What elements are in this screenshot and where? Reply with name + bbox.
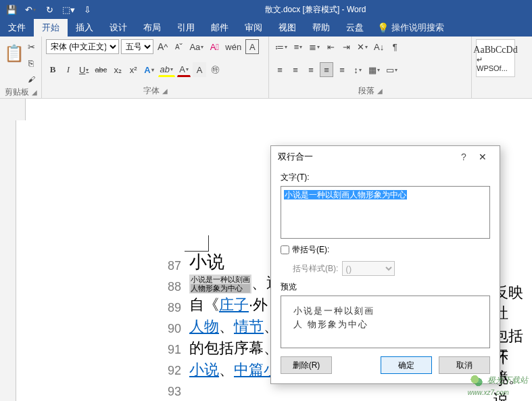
save-button[interactable]: 💾 [3,1,20,18]
tab-design[interactable]: 设计 [101,19,135,37]
bracket-checkbox-label: 带括号(E): [292,244,329,256]
qat-customize-button[interactable]: ⇩ [78,1,96,18]
multilevel-list-button[interactable]: ≣▾ [307,39,322,54]
hyperlink[interactable]: 人物 [189,318,219,335]
text-effects-button[interactable]: A▾ [142,62,155,77]
numbering-button[interactable]: ≡▾ [291,39,305,54]
tab-view[interactable]: 视图 [270,19,304,37]
shading-button[interactable]: ▦▾ [366,62,382,77]
tell-me-search[interactable]: 💡 操作说明搜索 [372,19,450,37]
enclose-char-button[interactable]: ㊕ [208,62,222,77]
decrease-indent-button[interactable]: ⇤ [324,39,337,54]
undo-button[interactable]: ↶▾ [22,1,39,18]
text-line: 自《庄子·外 [189,294,281,316]
redo-button[interactable]: ↻ [41,1,58,18]
vertical-ruler[interactable] [0,120,16,401]
tab-review[interactable]: 审阅 [237,19,270,37]
grow-font-button[interactable]: A^ [155,39,170,54]
dialog-close-button[interactable]: ✕ [473,151,493,162]
font-launcher[interactable]: ◢ [162,87,168,95]
tab-file[interactable]: 文件 [0,19,34,37]
bullets-button[interactable]: ≔▾ [273,39,289,54]
tab-mailings[interactable]: 邮件 [203,19,237,37]
group-paragraph: ≔▾ ≡▾ ≣▾ ⇤ ⇥ ✕▾ A↓ ¶ ≡ ≡ ≡ ≡ ≡ ↕▾ ▦▾ ▭▾ … [269,37,472,98]
watermark: 极光下载站 www.xz7.com [468,374,528,397]
shrink-font-button[interactable]: Aˇ [172,39,185,54]
superscript-button[interactable]: x² [126,62,140,77]
asian-layout-button[interactable]: ✕▾ [355,39,370,54]
clipboard-launcher[interactable]: ◢ [32,89,37,96]
increase-indent-button[interactable]: ⇥ [339,39,353,54]
copy-button[interactable] [24,55,38,70]
dialog-title: 双行合一 [278,151,455,163]
bold-button[interactable]: B [46,62,59,77]
cut-button[interactable] [24,39,38,54]
document-text[interactable]: 小说 小说是一种以刻画 人物形象为中心 、通 自《庄子·外 人物、情节、 的包括… [189,251,281,381]
format-painter-button[interactable] [24,72,38,87]
distribute-button[interactable]: ≡ [335,62,349,77]
char-shading-button[interactable]: A [193,62,206,77]
subscript-button[interactable]: x₂ [111,62,124,77]
paragraph-launcher[interactable]: ◢ [377,87,383,95]
hyperlink[interactable]: 庄子 [219,296,249,313]
ribbon: 📋 剪贴板◢ 宋体 (中文正文) 五号 A^ Aˇ Aa▾ Aͦ wén A [0,37,532,99]
bracket-style-row: 括号样式(B): () [293,261,490,276]
delete-button[interactable]: 删除(R) [281,356,332,374]
tab-home[interactable]: 开始 [34,19,68,37]
text-line: 小说 [189,251,281,273]
two-lines-in-one-dialog: 双行合一 ? ✕ 文字(T): 小说是一种以刻画人物形象为中心 带括号(E): … [270,145,500,384]
bracket-checkbox-row: 带括号(E): [281,244,490,256]
tab-cloud[interactable]: 云盘 [338,19,372,37]
line-number: 92 [161,364,181,378]
align-right-button[interactable]: ≡ [304,62,318,77]
group-font: 宋体 (中文正文) 五号 A^ Aˇ Aa▾ Aͦ wén A B I U▾ a… [42,37,269,98]
text-line: 人物、情节、 [189,316,281,337]
font-color-button[interactable]: A▾ [177,62,191,77]
sort-button[interactable]: A↓ [372,39,386,54]
line-number: 93 [161,385,181,399]
touch-mode-button[interactable]: ⬚▾ [59,1,77,18]
tab-insert[interactable]: 插入 [68,19,101,37]
hyperlink[interactable]: 小说 [189,361,219,378]
preview-box: 小说是一种以刻画 人 物形象为中心 [281,296,490,348]
line-number: 89 [161,301,181,315]
cancel-button[interactable]: 取消 [439,356,490,374]
align-center-button[interactable]: ≡ [289,62,302,77]
highlight-button[interactable]: ab▾ [158,62,175,77]
underline-button[interactable]: U▾ [77,62,91,77]
watermark-text: 极光下载站 [487,375,528,385]
align-left-button[interactable]: ≡ [273,62,287,77]
char-border-button[interactable]: A [245,39,259,54]
phonetic-guide-button[interactable]: wén [223,39,243,54]
show-marks-button[interactable]: ¶ [388,39,402,54]
strikethrough-button[interactable]: abc [93,62,109,77]
ok-button[interactable]: 确定 [381,356,432,374]
dialog-help-button[interactable]: ? [455,151,473,162]
text-line: 小说、中篇小 [189,359,281,381]
line-spacing-button[interactable]: ↕▾ [351,62,364,77]
justify-button[interactable]: ≡ [320,62,333,77]
font-family-select[interactable]: 宋体 (中文正文) [46,39,119,54]
preview-label: 预览 [281,281,490,293]
font-size-select[interactable]: 五号 [121,39,153,54]
italic-button[interactable]: I [62,62,75,77]
text-field-label: 文字(T): [281,172,490,183]
preview-line: 小说是一种以刻画 [293,304,477,318]
tab-layout[interactable]: 布局 [135,19,169,37]
bracket-checkbox[interactable] [281,245,289,254]
borders-button[interactable]: ▭▾ [384,62,400,77]
group-clipboard-label: 剪贴板 [5,87,29,98]
change-case-button[interactable]: Aa▾ [187,39,205,54]
tab-help[interactable]: 帮助 [304,19,338,37]
line-number: 87 [161,259,181,273]
clear-formatting-button[interactable]: Aͦ [208,39,221,54]
text-input[interactable]: 小说是一种以刻画人物形象为中心 [281,186,490,239]
hyperlink[interactable]: 情节 [234,318,264,335]
paste-button[interactable]: 📋 [4,39,24,68]
style-sample[interactable]: AaBbCcDd ↵ WPSOf... [476,39,515,77]
tab-references[interactable]: 引用 [169,19,203,37]
watermark-logo-icon [468,374,485,387]
page-corner-mark [185,235,209,252]
ribbon-tabs: 文件 开始 插入 设计 布局 引用 邮件 审阅 视图 帮助 云盘 💡 操作说明搜… [0,19,532,37]
dialog-titlebar[interactable]: 双行合一 ? ✕ [271,146,500,168]
